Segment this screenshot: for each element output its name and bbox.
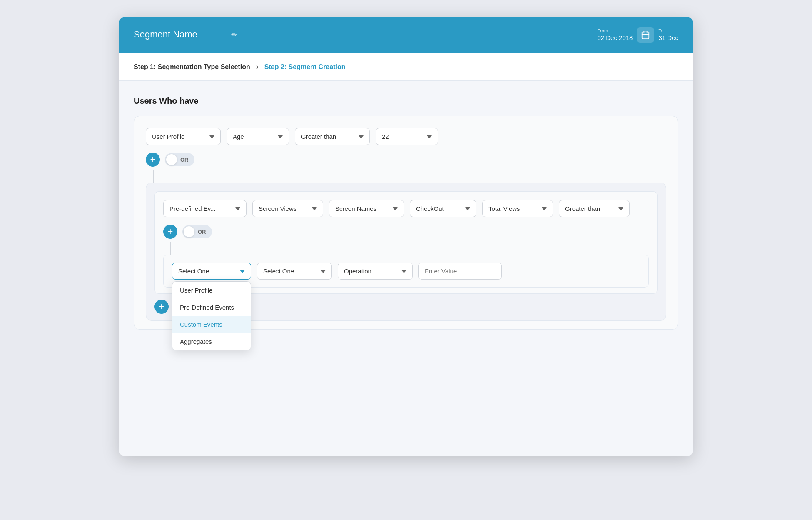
header-left: ✏ <box>134 28 237 42</box>
date-from-label: From <box>597 28 633 34</box>
row1-value-dropdown[interactable]: 22 18 25 30 <box>376 128 438 145</box>
condition-row-2: Pre-defined Ev... User Profile Custom Ev… <box>163 200 649 217</box>
toggle-circle-1 <box>166 154 177 165</box>
add-condition-btn-2[interactable]: + <box>163 225 177 239</box>
row2-type-dropdown[interactable]: Pre-defined Ev... User Profile Custom Ev… <box>163 200 247 217</box>
toggle-circle-2 <box>184 226 194 237</box>
row3-operation-dropdown[interactable]: Operation Greater than Less than Equal t… <box>338 262 413 280</box>
row2-operation-dropdown[interactable]: Greater than Less than Equal to <box>559 200 630 217</box>
step1-label: Step 1: Segmentation Type Selection <box>134 63 250 71</box>
or-toggle-1[interactable]: OR <box>165 153 194 166</box>
section-title: Users Who have <box>134 96 678 106</box>
or-row-1: + OR <box>146 152 666 167</box>
header: ✏ From 02 Dec,2018 To 31 D <box>119 17 693 53</box>
dropdown-item-custom-events[interactable]: Custom Events <box>172 316 251 333</box>
row3-type-dropdown-container: Select One User Profile Pre-defined Even… <box>172 262 251 280</box>
row1-attribute-dropdown[interactable]: Age Name Email Country <box>227 128 289 145</box>
inner-card-row2: Pre-defined Ev... User Profile Custom Ev… <box>154 191 658 294</box>
second-condition-group: Pre-defined Ev... User Profile Custom Ev… <box>146 182 666 321</box>
or-toggle-label-2: OR <box>198 229 206 235</box>
calendar-icon <box>641 30 650 40</box>
edit-icon[interactable]: ✏ <box>231 30 237 40</box>
add-condition-btn-3[interactable]: + <box>154 300 169 314</box>
header-right: From 02 Dec,2018 To 31 Dec <box>597 27 678 43</box>
or-row-2: + OR <box>163 225 649 239</box>
step-arrow: › <box>256 62 259 71</box>
date-to-label: To <box>658 28 678 34</box>
row2-event-dropdown[interactable]: Screen Views App Opens Purchases <box>252 200 323 217</box>
dropdown-item-predefined[interactable]: Pre-Defined Events <box>172 299 251 316</box>
row3-value-input[interactable] <box>418 262 502 280</box>
app-window: ✏ From 02 Dec,2018 To 31 D <box>119 17 693 456</box>
row2-total-views-dropdown[interactable]: Total Views Unique Views Average Views <box>482 200 553 217</box>
dropdown-item-user-profile[interactable]: User Profile <box>172 282 251 299</box>
row3-type-dropdown[interactable]: Select One User Profile Pre-defined Even… <box>172 262 251 280</box>
step2-label: Step 2: Segment Creation <box>264 63 346 71</box>
date-from-group: From 02 Dec,2018 <box>597 28 633 41</box>
date-from-value: 02 Dec,2018 <box>597 34 633 41</box>
row2-checkout-dropdown[interactable]: CheckOut Home Cart Profile <box>410 200 476 217</box>
steps-bar: Step 1: Segmentation Type Selection › St… <box>119 53 693 81</box>
row2-screen-names-dropdown[interactable]: Screen Names Screen Count Screen Duratio… <box>329 200 404 217</box>
main-content: Users Who have User Profile Pre-defined … <box>119 81 693 456</box>
dropdown-popup: User Profile Pre-Defined Events Custom E… <box>172 281 251 350</box>
row1-operation-dropdown[interactable]: Greater than Less than Equal to Between <box>295 128 370 145</box>
add-condition-btn-1[interactable]: + <box>146 152 160 167</box>
date-to-value: 31 Dec <box>658 34 678 41</box>
condition-row-3: Select One User Profile Pre-defined Even… <box>172 262 640 280</box>
calendar-icon-btn[interactable] <box>637 27 654 43</box>
segment-name-input[interactable] <box>134 28 225 42</box>
row3-attribute-dropdown[interactable]: Select One <box>257 262 332 280</box>
outer-condition-card: User Profile Pre-defined Events Custom E… <box>134 116 678 330</box>
condition-row-1: User Profile Pre-defined Events Custom E… <box>146 128 666 145</box>
connector-1 <box>153 170 154 182</box>
row1-type-dropdown[interactable]: User Profile Pre-defined Events Custom E… <box>146 128 221 145</box>
bottom-row-card: Select One User Profile Pre-defined Even… <box>163 255 649 288</box>
or-toggle-2[interactable]: OR <box>182 225 212 238</box>
date-to-group: To 31 Dec <box>658 28 678 41</box>
dropdown-item-aggregates[interactable]: Aggregates <box>172 333 251 350</box>
connector-2 <box>170 242 171 255</box>
svg-rect-0 <box>642 32 649 39</box>
or-toggle-label-1: OR <box>180 157 189 163</box>
